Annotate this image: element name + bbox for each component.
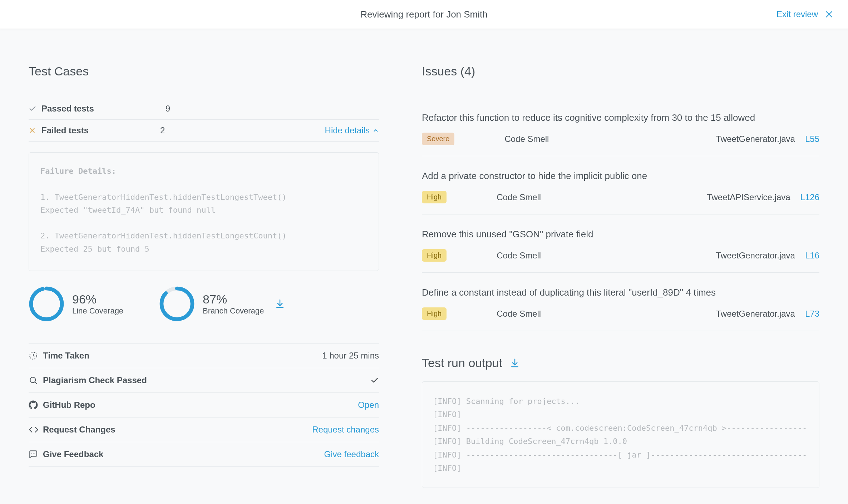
test-summary: Passed tests 9 Failed tests 2 Hide detai… [29, 98, 379, 142]
failed-tests-row: Failed tests 2 Hide details [29, 120, 379, 142]
issue-meta: Severe Code Smell TweetGenerator.java L5… [422, 133, 819, 145]
download-icon [509, 358, 520, 369]
svg-point-5 [31, 288, 62, 319]
meta-action-list: Time Taken 1 hour 25 mins Plagiarism Che… [29, 343, 379, 467]
time-taken-label: Time Taken [43, 351, 89, 361]
issue-line-link[interactable]: L55 [805, 134, 819, 144]
give-feedback-label: Give Feedback [43, 449, 103, 459]
request-changes-label: Request Changes [43, 425, 115, 435]
issue-item[interactable]: Remove this unused "GSON" private field … [422, 214, 819, 273]
failed-tests-count: 2 [160, 125, 182, 135]
page-title: Reviewing report for Jon Smith [360, 9, 487, 20]
issue-meta: High Code Smell TweetGenerator.java L73 [422, 307, 819, 320]
issue-line-link[interactable]: L126 [800, 192, 819, 202]
github-open-link[interactable]: Open [358, 400, 379, 410]
passed-tests-label: Passed tests [41, 104, 94, 114]
svg-point-7 [162, 288, 192, 319]
issues-list: Refactor this function to reduce its cog… [422, 98, 819, 331]
severity-badge: Severe [422, 133, 454, 145]
request-changes-link[interactable]: Request changes [312, 425, 379, 435]
failure-details-body: 1. TweetGeneratorHiddenTest.hiddenTestLo… [40, 193, 287, 253]
severity-badge: High [422, 249, 447, 262]
issue-item[interactable]: Define a constant instead of duplicating… [422, 273, 819, 331]
plagiarism-check-icon [370, 376, 379, 385]
plagiarism-label: Plagiarism Check Passed [43, 375, 147, 385]
svg-line-11 [35, 382, 36, 384]
test-output-heading: Test run output [422, 356, 502, 370]
failure-details-heading: Failure Details: [40, 167, 116, 176]
issue-file: TweetAPIService.java [707, 192, 790, 202]
left-column: Test Cases Passed tests 9 Failed tests [29, 64, 379, 488]
issues-heading: Issues (4) [422, 64, 819, 78]
severity-badge: High [422, 307, 447, 320]
severity-badge: High [422, 191, 447, 203]
chevron-up-icon [373, 127, 379, 134]
branch-coverage-label: Branch Coverage [203, 306, 264, 316]
issue-meta: High Code Smell TweetAPIService.java L12… [422, 191, 819, 203]
issue-title: Remove this unused "GSON" private field [422, 229, 819, 240]
main-content: Test Cases Passed tests 9 Failed tests [0, 29, 848, 504]
time-taken-row: Time Taken 1 hour 25 mins [29, 344, 379, 368]
download-coverage-button[interactable] [275, 298, 285, 309]
exit-review-link[interactable]: Exit review [776, 9, 818, 19]
code-icon [29, 425, 43, 435]
line-coverage-ring-icon [29, 286, 64, 322]
test-cases-heading: Test Cases [29, 64, 379, 78]
issue-type: Code Smell [504, 134, 549, 144]
check-icon [29, 105, 41, 113]
hide-details-toggle[interactable]: Hide details [325, 125, 379, 135]
right-column: Issues (4) Refactor this function to red… [422, 64, 819, 488]
test-output-header: Test run output [422, 356, 819, 370]
issue-type: Code Smell [497, 192, 541, 202]
x-icon [29, 127, 41, 134]
download-output-button[interactable] [509, 358, 520, 369]
github-row: GitHub Repo Open [29, 393, 379, 417]
issue-item[interactable]: Refactor this function to reduce its cog… [422, 98, 819, 156]
issue-file: TweetGenerator.java [716, 309, 795, 319]
branch-coverage-ring-icon [159, 286, 195, 322]
give-feedback-row: Give Feedback Give feedback [29, 442, 379, 467]
download-icon [275, 298, 285, 309]
branch-coverage-pct: 87% [203, 292, 264, 306]
issue-type: Code Smell [497, 309, 541, 319]
chat-icon [29, 450, 43, 459]
branch-coverage: 87% Branch Coverage [159, 286, 264, 322]
hide-details-label: Hide details [325, 125, 370, 135]
issue-type: Code Smell [497, 251, 541, 261]
issue-title: Define a constant instead of duplicating… [422, 287, 819, 298]
issue-line-link[interactable]: L16 [805, 251, 819, 261]
github-icon [29, 400, 43, 410]
coverage-row: 96% Line Coverage 87% Branch Coverage [29, 286, 379, 322]
request-changes-row: Request Changes Request changes [29, 417, 379, 442]
failed-tests-label: Failed tests [41, 125, 89, 135]
test-output-box: [INFO] Scanning for projects... [INFO] [… [422, 381, 819, 488]
clock-icon [29, 351, 43, 360]
passed-tests-row: Passed tests 9 [29, 98, 379, 120]
passed-tests-count: 9 [166, 104, 187, 114]
plagiarism-row: Plagiarism Check Passed [29, 368, 379, 393]
issue-title: Refactor this function to reduce its cog… [422, 112, 819, 123]
issue-item[interactable]: Add a private constructor to hide the im… [422, 156, 819, 214]
line-coverage-pct: 96% [72, 292, 123, 306]
search-icon [29, 376, 43, 385]
issue-file: TweetGenerator.java [716, 251, 795, 261]
time-taken-value: 1 hour 25 mins [322, 351, 379, 361]
line-coverage: 96% Line Coverage [29, 286, 123, 322]
header-bar: Reviewing report for Jon Smith Exit revi… [0, 0, 848, 29]
failure-details-box: Failure Details: 1. TweetGeneratorHidden… [29, 152, 379, 271]
github-label: GitHub Repo [43, 400, 95, 410]
give-feedback-link[interactable]: Give feedback [324, 449, 379, 459]
issue-file: TweetGenerator.java [716, 134, 795, 144]
close-icon[interactable] [824, 10, 834, 19]
header-actions: Exit review [776, 0, 834, 29]
issue-title: Add a private constructor to hide the im… [422, 171, 819, 182]
issue-meta: High Code Smell TweetGenerator.java L16 [422, 249, 819, 262]
issue-line-link[interactable]: L73 [805, 309, 819, 319]
line-coverage-label: Line Coverage [72, 306, 123, 316]
